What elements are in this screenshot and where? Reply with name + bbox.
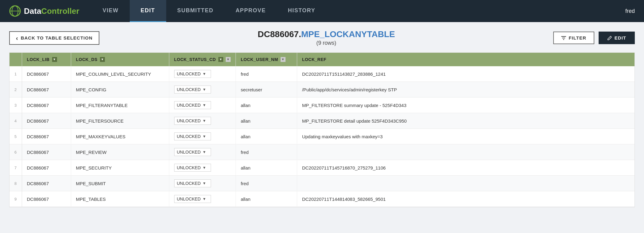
row-num-cell: 2 bbox=[10, 82, 22, 97]
col-header-lock-ref: LOCK_REF bbox=[297, 53, 634, 66]
col-label-lock-ref: LOCK_REF bbox=[302, 57, 326, 62]
lock-status-dropdown[interactable]: UNLOCKED▼ bbox=[174, 195, 211, 203]
col-label-lock-status: LOCK_STATUS_CD bbox=[174, 57, 216, 62]
nav-submitted[interactable]: SUBMITTED bbox=[166, 0, 225, 22]
lock-user-cell: fred bbox=[236, 176, 297, 191]
chevron-left-icon bbox=[16, 35, 18, 41]
lock-lib-cell: DC886067 bbox=[22, 97, 71, 113]
lock-ds-cell: MPE_FILTERSOURCE bbox=[71, 113, 169, 129]
lock-status-dropdown[interactable]: UNLOCKED▼ bbox=[174, 117, 211, 125]
lock-status-dropdown[interactable]: UNLOCKED▼ bbox=[174, 132, 211, 140]
lock-ref-cell bbox=[297, 176, 634, 191]
edit-button[interactable]: EDIT bbox=[599, 32, 635, 44]
table-row: 1DC886067MPE_COLUMN_LEVEL_SECURITYUNLOCK… bbox=[10, 66, 634, 82]
lock-ds-cell: MPE_FILTERANYTABLE bbox=[71, 97, 169, 113]
row-num-cell: 9 bbox=[10, 191, 22, 207]
lock-ref-cell bbox=[297, 144, 634, 160]
page-title: DC886067.MPE_LOCKANYTABLE (9 rows) bbox=[99, 29, 554, 46]
lock-ds-cell: MPE_SUBMIT bbox=[71, 176, 169, 191]
lock-lib-cell: DC886067 bbox=[22, 113, 71, 129]
top-bar: BACK TO TABLE SELECTION DC886067.MPE_LOC… bbox=[9, 29, 635, 46]
col-label-lock-lib: LOCK_LIB bbox=[27, 57, 50, 62]
edit-icon bbox=[607, 36, 612, 40]
lock-status-cell[interactable]: UNLOCKED▼ bbox=[169, 82, 236, 97]
dropdown-arrow-icon: ▼ bbox=[202, 150, 206, 154]
col-header-lock-ds[interactable]: LOCK_DS ▼ bbox=[71, 53, 169, 66]
lock-ref-cell: DC20220711T144814083_582665_9501 bbox=[297, 191, 634, 207]
row-num-cell: 7 bbox=[10, 160, 22, 176]
filter-button[interactable]: FILTER bbox=[553, 32, 594, 44]
logo-icon bbox=[9, 5, 21, 17]
lock-status-cell[interactable]: UNLOCKED▼ bbox=[169, 97, 236, 113]
lock-ds-cell: MPE_TABLES bbox=[71, 191, 169, 207]
lock-lib-cell: DC886067 bbox=[22, 82, 71, 97]
lock-status-value: UNLOCKED bbox=[177, 103, 201, 108]
col-header-lock-user[interactable]: LOCK_USER_NM ▼ bbox=[236, 53, 297, 66]
filter-icon bbox=[561, 36, 566, 40]
filter-icon-lock-status[interactable]: ▼ bbox=[226, 57, 231, 62]
lock-status-dropdown[interactable]: UNLOCKED▼ bbox=[174, 164, 211, 172]
lock-user-cell: fred bbox=[236, 144, 297, 160]
dropdown-arrow-icon: ▼ bbox=[202, 72, 206, 76]
lock-lib-cell: DC886067 bbox=[22, 160, 71, 176]
lock-status-value: UNLOCKED bbox=[177, 134, 201, 139]
lock-status-cell[interactable]: UNLOCKED▼ bbox=[169, 176, 236, 191]
lock-status-cell[interactable]: UNLOCKED▼ bbox=[169, 113, 236, 129]
lock-status-dropdown[interactable]: UNLOCKED▼ bbox=[174, 86, 211, 94]
sort-icon-lock-ds[interactable]: ▼ bbox=[100, 57, 105, 62]
filter-icon-lock-user[interactable]: ▼ bbox=[281, 57, 286, 62]
row-num-cell: 3 bbox=[10, 97, 22, 113]
edit-button-label: EDIT bbox=[615, 35, 626, 40]
logo[interactable]: DataController bbox=[9, 5, 79, 17]
dropdown-arrow-icon: ▼ bbox=[202, 166, 206, 170]
main-nav: VIEW EDIT SUBMITTED APPROVE HISTORY bbox=[92, 0, 619, 22]
nav-edit[interactable]: EDIT bbox=[130, 0, 166, 22]
lock-user-cell: allan bbox=[236, 191, 297, 207]
sort-icon-lock-lib[interactable]: ▼ bbox=[52, 57, 57, 62]
row-num-cell: 5 bbox=[10, 129, 22, 144]
nav-history[interactable]: HISTORY bbox=[277, 0, 327, 22]
lock-status-cell[interactable]: UNLOCKED▼ bbox=[169, 129, 236, 144]
back-button[interactable]: BACK TO TABLE SELECTION bbox=[9, 31, 99, 45]
col-header-lock-status[interactable]: LOCK_STATUS_CD ▼ ▼ bbox=[169, 53, 236, 66]
lock-status-value: UNLOCKED bbox=[177, 181, 201, 186]
lock-status-dropdown[interactable]: UNLOCKED▼ bbox=[174, 70, 211, 78]
lock-status-cell[interactable]: UNLOCKED▼ bbox=[169, 66, 236, 82]
row-num-cell: 6 bbox=[10, 144, 22, 160]
lock-user-cell: allan bbox=[236, 97, 297, 113]
lock-status-value: UNLOCKED bbox=[177, 87, 201, 92]
lock-user-cell: allan bbox=[236, 129, 297, 144]
lock-ref-cell: Updating maxkeyvalues with maxkey=3 bbox=[297, 129, 634, 144]
page-title-main: DC886067.MPE_LOCKANYTABLE bbox=[99, 29, 554, 39]
lock-ref-cell: MP_FILTERSTORE detail update 525F4D343C9… bbox=[297, 113, 634, 129]
lock-status-cell[interactable]: UNLOCKED▼ bbox=[169, 191, 236, 207]
dropdown-arrow-icon: ▼ bbox=[202, 197, 206, 201]
filter-button-label: FILTER bbox=[569, 35, 586, 40]
data-table-container: LOCK_LIB ▼ LOCK_DS ▼ LOCK_STATUS_CD bbox=[9, 52, 635, 207]
nav-approve[interactable]: APPROVE bbox=[224, 0, 277, 22]
table-row: 7DC886067MPE_SECURITYUNLOCKED▼allanDC202… bbox=[10, 160, 634, 176]
table-row: 5DC886067MPE_MAXKEYVALUESUNLOCKED▼allanU… bbox=[10, 129, 634, 144]
col-header-lock-lib[interactable]: LOCK_LIB ▼ bbox=[22, 53, 71, 66]
page-content: BACK TO TABLE SELECTION DC886067.MPE_LOC… bbox=[0, 22, 644, 215]
lock-ds-cell: MPE_MAXKEYVALUES bbox=[71, 129, 169, 144]
row-num-cell: 1 bbox=[10, 66, 22, 82]
lock-lib-cell: DC886067 bbox=[22, 66, 71, 82]
lock-status-cell[interactable]: UNLOCKED▼ bbox=[169, 144, 236, 160]
table-row: 3DC886067MPE_FILTERANYTABLEUNLOCKED▼alla… bbox=[10, 97, 634, 113]
lock-status-value: UNLOCKED bbox=[177, 118, 201, 123]
sort-icon-lock-status[interactable]: ▼ bbox=[218, 57, 223, 62]
table-row: 9DC886067MPE_TABLESUNLOCKED▼allanDC20220… bbox=[10, 191, 634, 207]
nav-view[interactable]: VIEW bbox=[92, 0, 130, 22]
lock-user-cell: allan bbox=[236, 160, 297, 176]
dropdown-arrow-icon: ▼ bbox=[202, 103, 206, 107]
lock-status-dropdown[interactable]: UNLOCKED▼ bbox=[174, 179, 211, 187]
lock-status-cell[interactable]: UNLOCKED▼ bbox=[169, 160, 236, 176]
lock-status-dropdown[interactable]: UNLOCKED▼ bbox=[174, 148, 211, 156]
lock-status-dropdown[interactable]: UNLOCKED▼ bbox=[174, 101, 211, 109]
dropdown-arrow-icon: ▼ bbox=[202, 181, 206, 185]
page-row-count: (9 rows) bbox=[99, 40, 554, 46]
header: DataController VIEW EDIT SUBMITTED APPRO… bbox=[0, 0, 644, 22]
back-button-label: BACK TO TABLE SELECTION bbox=[21, 35, 93, 40]
lock-status-value: UNLOCKED bbox=[177, 71, 201, 76]
